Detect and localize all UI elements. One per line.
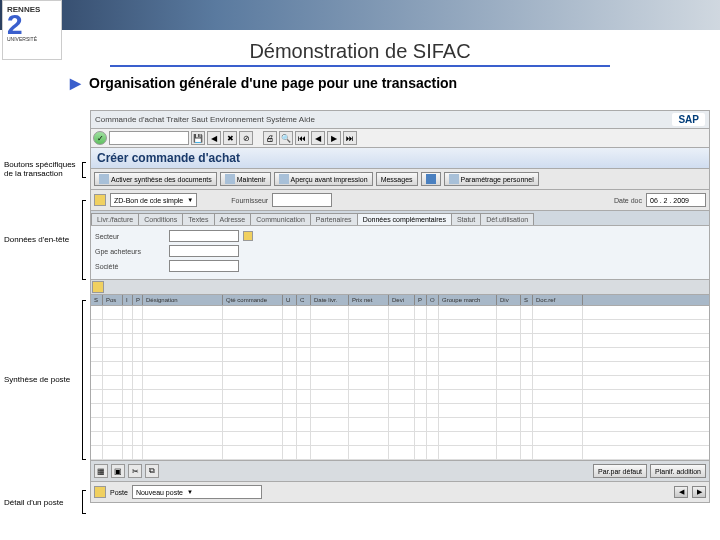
grid-col-header[interactable]: S bbox=[521, 295, 533, 305]
table-row[interactable] bbox=[91, 362, 709, 376]
annotation-header-data: Données d'en-tête bbox=[4, 235, 84, 244]
tool-icon[interactable]: ▣ bbox=[111, 464, 125, 478]
table-row[interactable] bbox=[91, 334, 709, 348]
brace-icon bbox=[82, 490, 86, 514]
tool-icon[interactable]: ✂ bbox=[128, 464, 142, 478]
grid-col-header[interactable]: Désignation bbox=[143, 295, 223, 305]
item-next-icon[interactable]: ▶ bbox=[692, 486, 706, 498]
prev-page-icon[interactable]: ◀ bbox=[311, 131, 325, 145]
table-row[interactable] bbox=[91, 404, 709, 418]
cancel-icon[interactable]: ⊘ bbox=[239, 131, 253, 145]
company-input[interactable] bbox=[169, 260, 239, 272]
brace-icon bbox=[82, 162, 86, 178]
doc-icon bbox=[99, 174, 109, 184]
tab-8[interactable]: Déf.utilisation bbox=[480, 213, 534, 225]
field-label: Gpe acheteurs bbox=[95, 248, 165, 255]
bullet-arrow-icon: ▶ bbox=[70, 75, 81, 91]
grid-col-header[interactable]: Date livr. bbox=[311, 295, 349, 305]
screen-title: Créer commande d'achat bbox=[90, 148, 710, 169]
sector-input[interactable] bbox=[169, 230, 239, 242]
tab-5[interactable]: Partenaires bbox=[310, 213, 358, 225]
gear-icon bbox=[449, 174, 459, 184]
personal-settings-button[interactable]: Paramétrage personnel bbox=[444, 172, 539, 186]
info-icon-button[interactable] bbox=[421, 172, 441, 186]
grid-col-header[interactable]: Prix net bbox=[349, 295, 389, 305]
back-icon[interactable]: ◀ bbox=[207, 131, 221, 145]
print-preview-button[interactable]: Aperçu avant impression bbox=[274, 172, 373, 186]
group-input[interactable] bbox=[169, 245, 239, 257]
overview-button[interactable]: Activer synthèse des documents bbox=[94, 172, 217, 186]
grid-col-header[interactable]: P bbox=[133, 295, 143, 305]
grid-col-header[interactable]: P bbox=[415, 295, 427, 305]
info-icon bbox=[426, 174, 436, 184]
grid-col-header[interactable]: C bbox=[297, 295, 311, 305]
grid-col-header[interactable]: Groupe march bbox=[439, 295, 497, 305]
tool-icon[interactable]: ▦ bbox=[94, 464, 108, 478]
item-detail-toolbar: ▦ ▣ ✂ ⧉ Par.par défaut Planif. addition bbox=[90, 461, 710, 482]
item-prev-icon[interactable]: ◀ bbox=[674, 486, 688, 498]
pencil-icon bbox=[225, 174, 235, 184]
doc-type-dropdown[interactable]: ZD-Bon de cde simple▼ bbox=[110, 193, 197, 207]
item-dropdown[interactable]: Nouveau poste▼ bbox=[132, 485, 262, 499]
vendor-label: Fournisseur bbox=[231, 197, 268, 204]
table-row[interactable] bbox=[91, 320, 709, 334]
grid-body bbox=[90, 306, 710, 461]
table-row[interactable] bbox=[91, 376, 709, 390]
slide-header-strip bbox=[0, 0, 720, 30]
grid-col-header[interactable]: U bbox=[283, 295, 297, 305]
tab-7[interactable]: Statut bbox=[451, 213, 481, 225]
exit-icon[interactable]: ✖ bbox=[223, 131, 237, 145]
table-row[interactable] bbox=[91, 432, 709, 446]
table-row[interactable] bbox=[91, 390, 709, 404]
date-label: Date doc bbox=[614, 197, 642, 204]
tab-4[interactable]: Communication bbox=[250, 213, 311, 225]
table-row[interactable] bbox=[91, 446, 709, 460]
grid-col-header[interactable]: Qté commande bbox=[223, 295, 283, 305]
grid-col-header[interactable]: O bbox=[427, 295, 439, 305]
default-params-button[interactable]: Par.par défaut bbox=[593, 464, 647, 478]
grid-col-header[interactable]: I bbox=[123, 295, 133, 305]
grid-col-header[interactable]: Doc.ref bbox=[533, 295, 583, 305]
expand-items-icon[interactable] bbox=[92, 281, 104, 293]
addl-planning-button[interactable]: Planif. addition bbox=[650, 464, 706, 478]
grid-col-header[interactable]: S bbox=[91, 295, 103, 305]
expand-header-icon[interactable] bbox=[94, 194, 106, 206]
grid-col-header[interactable]: Div bbox=[497, 295, 521, 305]
tab-0[interactable]: Livr./facture bbox=[91, 213, 139, 225]
last-page-icon[interactable]: ⏭ bbox=[343, 131, 357, 145]
date-input[interactable] bbox=[646, 193, 706, 207]
tab-6[interactable]: Données complémentaires bbox=[357, 213, 452, 225]
preview-icon bbox=[279, 174, 289, 184]
tool-icon[interactable]: ⧉ bbox=[145, 464, 159, 478]
chevron-down-icon: ▼ bbox=[187, 489, 193, 495]
rennes-logo: RENNES 2 UNIVERSITÉ bbox=[2, 0, 62, 60]
vendor-input[interactable] bbox=[272, 193, 332, 207]
slide-title: Démonstration de SIFAC bbox=[0, 40, 720, 63]
table-row[interactable] bbox=[91, 306, 709, 320]
expand-detail-icon[interactable] bbox=[94, 486, 106, 498]
maintain-button[interactable]: Maintenir bbox=[220, 172, 271, 186]
save-icon[interactable]: 💾 bbox=[191, 131, 205, 145]
tab-3[interactable]: Adresse bbox=[214, 213, 252, 225]
enter-icon[interactable]: ✓ bbox=[93, 131, 107, 145]
sap-panel: Commande d'achat Traiter Saut Environnem… bbox=[90, 110, 710, 530]
title-underline bbox=[110, 65, 610, 67]
messages-button[interactable]: Messages bbox=[376, 172, 418, 186]
title-block: Démonstration de SIFAC bbox=[0, 40, 720, 67]
tab-2[interactable]: Textes bbox=[182, 213, 214, 225]
table-row[interactable] bbox=[91, 418, 709, 432]
table-row[interactable] bbox=[91, 348, 709, 362]
first-page-icon[interactable]: ⏮ bbox=[295, 131, 309, 145]
grid-col-header[interactable]: Pos bbox=[103, 295, 123, 305]
header-data-panel: Secteur Gpe acheteurs Société bbox=[90, 226, 710, 280]
find-icon[interactable]: 🔍 bbox=[279, 131, 293, 145]
field-label: Secteur bbox=[95, 233, 165, 240]
command-field[interactable] bbox=[109, 131, 189, 145]
grid-col-header[interactable]: Devi bbox=[389, 295, 415, 305]
menu-items[interactable]: Commande d'achat Traiter Saut Environnem… bbox=[95, 115, 315, 124]
next-page-icon[interactable]: ▶ bbox=[327, 131, 341, 145]
print-icon[interactable]: 🖨 bbox=[263, 131, 277, 145]
brace-icon bbox=[82, 200, 86, 280]
help-icon[interactable] bbox=[243, 231, 253, 241]
tab-1[interactable]: Conditions bbox=[138, 213, 183, 225]
